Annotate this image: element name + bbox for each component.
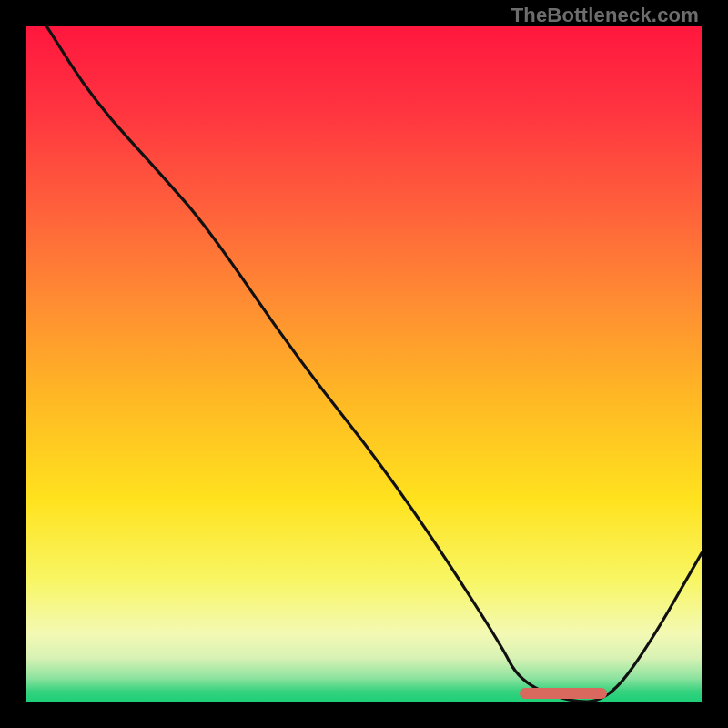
bottleneck-curve <box>26 26 702 702</box>
optimal-range-marker <box>520 688 607 699</box>
watermark-text: TheBottleneck.com <box>511 4 699 27</box>
plot-area <box>26 26 702 702</box>
chart-frame: TheBottleneck.com <box>0 0 728 728</box>
